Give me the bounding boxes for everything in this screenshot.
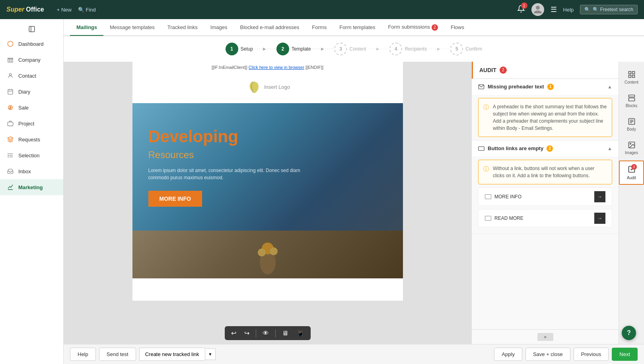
svg-rect-24 — [632, 71, 634, 74]
tab-forms[interactable]: Forms — [305, 20, 333, 36]
audit-panel: AUDIT 2 Missing preheader text — [471, 62, 619, 344]
next-button[interactable]: Next — [612, 348, 638, 361]
read-more-arrow-button[interactable]: → — [594, 213, 605, 224]
help-fab[interactable]: ? — [622, 326, 636, 340]
preheader-section-title: Missing preheader text — [488, 84, 544, 90]
sidebar-item-selection[interactable]: Selection — [0, 147, 63, 163]
save-close-button[interactable]: Save + close — [525, 348, 570, 361]
avatar[interactable] — [531, 3, 544, 16]
step-circle-setup: 1 — [226, 43, 238, 55]
far-right-blocks[interactable]: Blocks — [619, 90, 644, 112]
button-rect-icon — [485, 194, 491, 199]
step-confirm[interactable]: 5 Confirm — [450, 43, 482, 55]
step-label-template: Template — [292, 46, 311, 52]
step-label-confirm: Confirm — [465, 46, 482, 52]
email-preview: [[IF:InEmailClient]] Click here to view … — [132, 62, 403, 301]
hero-title: Developing — [148, 127, 387, 146]
hero-cta-button[interactable]: MORE INFO — [148, 191, 202, 207]
create-tracked-link-button[interactable]: Create new tracked link — [139, 348, 205, 361]
step-connector-4: · · · ·▶· · · · — [428, 47, 449, 51]
warning-icon-2: ⓘ — [483, 165, 489, 179]
sidebar-item-project[interactable]: Project — [0, 115, 63, 131]
find-button[interactable]: 🔍 Find — [78, 7, 96, 13]
email-scroll-area[interactable]: [[IF:InEmailClient]] Click here to view … — [64, 62, 471, 344]
previous-button[interactable]: Previous — [574, 348, 609, 361]
sidebar-item-marketing[interactable]: Marketing — [0, 179, 63, 195]
tab-form-submissions[interactable]: Form submissions2 — [382, 19, 444, 36]
button-rect-icon-2 — [485, 216, 491, 221]
svg-point-14 — [8, 153, 8, 154]
tab-images[interactable]: Images — [204, 20, 234, 36]
far-right-body[interactable]: Body — [619, 114, 644, 135]
sidebar-item-requests[interactable]: Requests — [0, 131, 63, 147]
redo-button[interactable]: ↪ — [243, 329, 251, 338]
main-content: [[IF:InEmailClient]] Click here to view … — [64, 62, 644, 344]
svg-rect-5 — [8, 90, 13, 94]
sidebar-item-dashboard[interactable]: Dashboard — [0, 36, 63, 52]
tab-mailings[interactable]: Mailings — [70, 20, 103, 36]
sidebar-item-sale[interactable]: Sale — [0, 100, 63, 115]
svg-rect-10 — [8, 122, 13, 126]
logo-placeholder-text: Insert Logo — [264, 84, 290, 90]
tab-blocked-emails[interactable]: Blocked e-mail addresses — [234, 20, 306, 36]
search-box[interactable]: 🔍 🔍 Freetext search — [580, 5, 638, 14]
calendar-icon — [6, 88, 14, 96]
step-content[interactable]: 3 Content — [334, 43, 366, 55]
tab-bar: Mailings Message templates Tracked links… — [64, 19, 644, 36]
audit-section-buttons-header[interactable]: Button links are empty 2 ▲ — [472, 141, 619, 157]
desktop-view-button[interactable]: 🖥 — [280, 329, 290, 338]
inbox-icon — [6, 167, 14, 175]
step-recipients[interactable]: 4 Recipients — [389, 43, 427, 55]
progress-steps: 1 Setup · · · ·▶· · · · 2 Template · · ·… — [64, 36, 644, 62]
tab-message-templates[interactable]: Message templates — [103, 20, 161, 36]
far-right-audit[interactable]: 3 Audit — [619, 160, 644, 185]
preview-button[interactable]: 👁 — [261, 329, 270, 338]
help-bottom-button[interactable]: Help — [70, 348, 96, 361]
new-button[interactable]: + New — [57, 7, 72, 13]
tab-tracked-links[interactable]: Tracked links — [161, 20, 204, 36]
sidebar-item-diary[interactable]: Diary — [0, 84, 63, 100]
step-template[interactable]: 2 Template — [276, 43, 311, 55]
send-test-button[interactable]: Send test — [99, 348, 136, 361]
more-info-arrow-button[interactable]: → — [594, 191, 605, 202]
sidebar-item-contact[interactable]: Contact — [0, 68, 63, 84]
audit-section-preheader-header[interactable]: Missing preheader text 1 ▲ — [472, 79, 619, 95]
far-right-content[interactable]: Content — [619, 67, 644, 88]
undo-button[interactable]: ↩ — [230, 329, 238, 338]
top-nav-right: 1 ☰ Help 🔍 🔍 Freetext search — [517, 3, 638, 16]
ticket-icon — [6, 135, 14, 143]
building-icon — [6, 56, 14, 64]
tab-form-templates[interactable]: Form templates — [333, 20, 381, 36]
top-navigation: SuperOffice + New 🔍 Find 1 ☰ Help 🔍 🔍 Fr… — [0, 0, 644, 19]
apply-button[interactable]: Apply — [494, 348, 522, 361]
hero-body-text: Lorem ipsum dolor sit amet, consectetur … — [148, 167, 307, 181]
menu-icon[interactable]: ☰ — [551, 5, 557, 14]
second-section — [132, 231, 403, 278]
sidebar-item-inbox[interactable]: Inbox — [0, 163, 63, 179]
step-circle-template: 2 — [276, 43, 289, 55]
notification-bell[interactable]: 1 — [517, 5, 525, 14]
dollar-icon — [6, 104, 14, 112]
app-logo[interactable]: SuperOffice — [6, 6, 44, 13]
step-connector-2: · · · ·▶· · · · — [313, 47, 333, 51]
step-setup[interactable]: 1 Setup — [226, 43, 253, 55]
tab-flows[interactable]: Flows — [444, 20, 471, 36]
help-link[interactable]: Help — [563, 7, 574, 13]
email-hero-section: Developing Resources Lorem ipsum dolor s… — [132, 103, 403, 231]
content-area: Mailings Message templates Tracked links… — [64, 19, 644, 364]
collapse-panel-button[interactable]: » — [537, 333, 553, 341]
svg-rect-26 — [632, 75, 634, 77]
buttons-count: 2 — [547, 145, 553, 152]
buttons-section-title: Button links are empty — [488, 145, 543, 151]
step-label-recipients: Recipients — [405, 46, 427, 52]
step-connector-3: · · · ·▶· · · · — [368, 47, 388, 51]
preheader-chevron: ▲ — [607, 84, 612, 90]
create-tracked-link-arrow[interactable]: ▼ — [205, 348, 216, 360]
sidebar-item-company[interactable]: Company — [0, 52, 63, 68]
sidebar-collapse-icon[interactable] — [0, 22, 63, 36]
mobile-view-button[interactable]: 📱 — [295, 329, 306, 338]
preview-toolbar: ↩ ↪ 👁 🖥 📱 — [225, 326, 311, 340]
view-in-browser-link[interactable]: Click here to view in browser — [249, 65, 304, 70]
far-right-images[interactable]: Images — [619, 137, 644, 159]
svg-rect-25 — [628, 75, 631, 77]
